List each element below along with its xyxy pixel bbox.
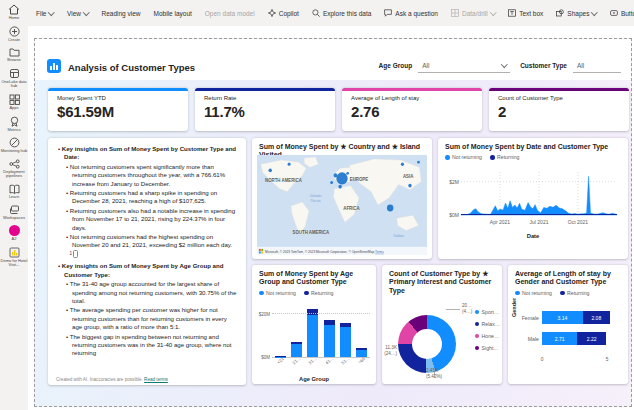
legend-sport[interactable]: Sport… (475, 309, 500, 315)
sidebar-item-metrics[interactable]: Metrics (0, 116, 28, 133)
explore-icon (312, 9, 320, 17)
legend-not-returning[interactable]: Not returning (515, 290, 552, 296)
shapes-menu[interactable]: Shapes (556, 9, 597, 17)
chart-legend: Not returning Returning (252, 288, 376, 296)
monitoring-icon (9, 137, 20, 148)
bar-21…[interactable] (291, 342, 302, 357)
top-toolbar: File View Reading view Mobile layout Ope… (28, 0, 634, 26)
leader-line (446, 309, 460, 310)
x-axis-title: Date (438, 233, 628, 239)
read-terms-link[interactable]: Read terms (144, 377, 168, 382)
sidebar-item-create[interactable]: Create (0, 26, 28, 43)
legend-sightseeing[interactable]: Sight… (475, 345, 500, 351)
bar-segment-returning[interactable]: 2.22 (577, 332, 606, 345)
sidebar-item-workspace-a2[interactable]: A2 (0, 225, 28, 242)
donut-plot-area: 20… (4…) 11.3K (24…) 2.45K (5.42%) Sport… (382, 301, 502, 384)
text-box-button[interactable]: Text box (508, 9, 543, 17)
line-chart: Apr 2021Jul 2021Oct 2021$2M$0M (444, 162, 622, 234)
legend-dot (515, 291, 520, 296)
menu-file[interactable]: File (36, 10, 54, 17)
onelake-icon (9, 68, 20, 79)
grid-icon (451, 9, 459, 17)
legend-relax[interactable]: Relax… (475, 321, 500, 327)
legend-honeymoon[interactable]: Hone… (475, 333, 500, 339)
kpi-money-spent-ytd[interactable]: Money Spent YTD $61.59M (48, 88, 188, 131)
button-icon (610, 9, 618, 17)
x-axis-labels: <2121…31…41…51…>60 (272, 358, 370, 363)
legend-not-returning[interactable]: Not returning (445, 154, 482, 160)
insight-bullet: The biggest gap in spending between not … (72, 333, 238, 358)
report-logo-icon (47, 59, 61, 73)
legend-returning[interactable]: Returning (490, 154, 520, 160)
sidebar-item-apps[interactable]: Apps (0, 94, 28, 111)
line-chart-card[interactable]: Sum of Money Spent by Date and Customer … (438, 138, 628, 259)
world-map[interactable]: NORTH AMERICA EUROPE ASIA AFRICA SOUTH A… (257, 155, 427, 255)
legend-returning[interactable]: Returning (560, 290, 590, 296)
chart-legend: Not returning Returning (508, 288, 628, 296)
sidebar-item-browse[interactable]: Browse (0, 47, 28, 63)
legend-returning[interactable]: Returning (304, 290, 334, 296)
insights-text: Key insights on Sum of Money Spent by Cu… (56, 145, 238, 358)
sidebar-item-learn[interactable]: Learn (0, 184, 28, 200)
explore-this-data-button[interactable]: Explore this data (312, 9, 371, 17)
sidebar-item-onelake-data-hub[interactable]: OneLake data hub (0, 68, 28, 89)
sidebar-item-home[interactable]: Home (0, 4, 28, 21)
power-bi-app: Home Create Browse OneLake data hub Apps… (0, 0, 634, 410)
bar-segment-returning[interactable]: 2.08 (583, 311, 610, 324)
map-label-indian: Indian (394, 232, 404, 237)
mobile-layout-button[interactable]: Mobile layout (154, 10, 192, 17)
x-axis-title: Age Group (252, 376, 376, 382)
chart-legend: Sport… Relax… Hone… Sight… (475, 309, 500, 351)
insight-bullet: Returning customers had a sharp spike in… (72, 189, 238, 206)
svg-text:Jul 2021: Jul 2021 (530, 219, 549, 225)
legend-not-returning[interactable]: Not returning (259, 290, 296, 296)
menu-view[interactable]: View (67, 10, 88, 17)
age-group-dropdown[interactable]: All (418, 58, 510, 73)
map-terms-link[interactable]: Terms (375, 250, 384, 254)
bar-segment-not-returning[interactable]: 2.71 (542, 332, 577, 345)
svg-text:$0M: $0M (449, 212, 459, 218)
chevron-down-icon (490, 9, 496, 15)
legend-dot (259, 291, 264, 296)
sidebar-item-deployment-pipelines[interactable]: Deployment pipelines (0, 159, 28, 179)
reading-view-button[interactable]: Reading view (101, 10, 140, 17)
chevron-down-icon (83, 9, 89, 15)
map-label-europe: EUROPE (350, 176, 368, 181)
open-data-model-button: Open data model (205, 10, 255, 17)
kpi-count-of-customer-type[interactable]: Count of Customer Type 2 (489, 88, 629, 131)
visual-title: Average of Length of stay by Gender and … (508, 265, 628, 288)
donut-ring[interactable] (398, 315, 456, 373)
kpi-return-rate[interactable]: Return Rate 11.7% (195, 88, 335, 131)
donut-callout: 20… (4…) (462, 303, 472, 314)
bar-41…[interactable] (324, 320, 335, 357)
sidebar-item-current-report[interactable]: Demo for Hotel Visit... (0, 247, 28, 268)
kpi-average-length-of-stay[interactable]: Average of Length of stay 2.76 (342, 88, 482, 131)
legend-dot (475, 346, 480, 351)
customer-type-dropdown[interactable]: All (573, 58, 621, 73)
apps-icon (9, 94, 20, 105)
series-not-returning (461, 177, 617, 216)
buttons-menu[interactable]: Buttons (610, 9, 634, 17)
svg-text:$2M: $2M (449, 179, 459, 185)
x-axis-labels: 0 5 (542, 357, 620, 365)
visual-title: Sum of Money Spent by Age Group and Cust… (252, 265, 376, 288)
insight-bullet: Not returning customers spent significan… (72, 163, 238, 188)
map-label-north-america: NORTH AMERICA (265, 177, 302, 182)
hbar-chart-card[interactable]: Average of Length of stay by Gender and … (508, 265, 628, 384)
chevron-down-icon (501, 61, 507, 67)
sidebar-item-workspaces[interactable]: Workspaces (0, 205, 28, 221)
bar-51…[interactable] (340, 323, 351, 357)
report-icon (9, 247, 20, 258)
sidebar-item-monitoring-hub[interactable]: Monitoring hub (0, 137, 28, 154)
hbar-row-male: Male 2.71 2.22 (542, 332, 620, 345)
map-visual-card[interactable]: Sum of Money Spent by ★ Country and ★ Is… (252, 138, 432, 259)
bar-segment-not-returning[interactable]: 3.14 (542, 311, 583, 324)
donut-chart-card[interactable]: Count of Customer Type by ★ Primary Inte… (382, 265, 502, 384)
footnote-ref[interactable]: 1 (73, 250, 78, 258)
bar-31…[interactable] (307, 309, 318, 357)
copilot-button[interactable]: Copilot (268, 9, 299, 17)
ask-a-question-button[interactable]: Ask a question (384, 9, 438, 17)
ai-insights-card[interactable]: Key insights on Sum of Money Spent by Cu… (48, 138, 246, 385)
bar-chart-card[interactable]: Sum of Money Spent by Age Group and Cust… (252, 265, 376, 384)
chevron-down-icon (591, 9, 597, 15)
